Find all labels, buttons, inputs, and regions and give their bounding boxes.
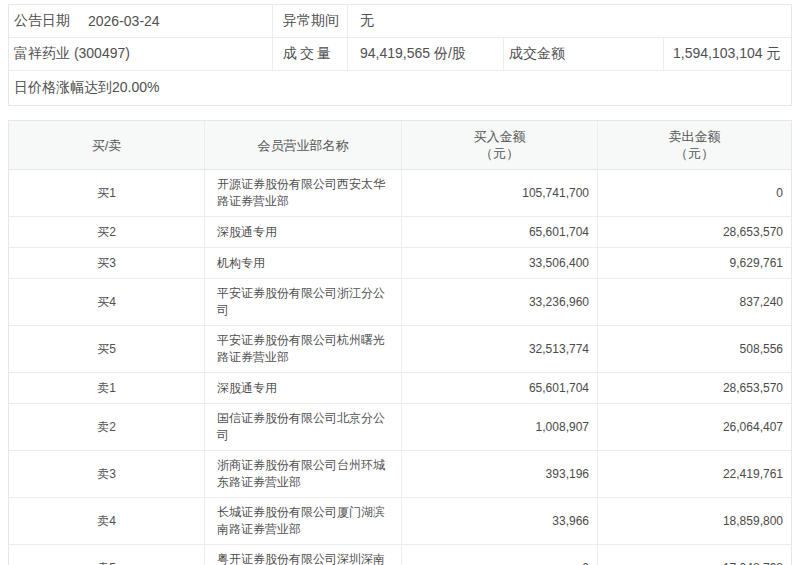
row-broker-name: 国信证券股份有限公司北京分公司 [204, 404, 401, 450]
page: 公告日期 2026-03-24 异常期间 无 富祥药业 (300497) 成交量… [0, 0, 800, 565]
row-sell-amount: 22,419,761 [597, 451, 791, 497]
row-sell-amount: 17,048,798 [597, 545, 791, 565]
row-side: 买2 [9, 217, 204, 247]
abnormal-period-value: 无 [348, 5, 791, 37]
turnover-value: 1,594,103,104 元 [663, 38, 791, 70]
volume-value: 94,419,565 份/股 [348, 38, 503, 70]
broker-table: 买/卖 会员营业部名称 买入金额 （元） 卖出金额 （元） 买1 开源证券股份有… [8, 120, 792, 565]
turnover-label: 成交金额 [503, 38, 663, 70]
row-side: 买4 [9, 279, 204, 325]
table-row: 卖4 长城证券股份有限公司厦门湖滨南路证券营业部 33,966 18,859,8… [9, 497, 791, 544]
row-buy-amount: 33,236,960 [401, 279, 597, 325]
row-side: 买1 [9, 170, 204, 216]
info-row-reason: 日价格涨幅达到20.00% [9, 71, 791, 105]
row-side: 买5 [9, 326, 204, 372]
row-broker-name: 开源证券股份有限公司西安太华路证券营业部 [204, 170, 401, 216]
row-sell-amount: 28,653,570 [597, 373, 791, 403]
row-side: 卖3 [9, 451, 204, 497]
table-row: 买2 深股通专用 65,601,704 28,653,570 [9, 216, 791, 247]
table-row: 买5 平安证券股份有限公司杭州曙光路证券营业部 32,513,774 508,5… [9, 325, 791, 372]
stock-info-panel: 公告日期 2026-03-24 异常期间 无 富祥药业 (300497) 成交量… [8, 4, 792, 106]
info-row-announcement: 公告日期 2026-03-24 异常期间 无 [9, 5, 791, 38]
col-header-sell-amount: 卖出金额 （元） [597, 121, 791, 169]
volume-label: 成交量 [283, 45, 334, 63]
announce-date-label: 公告日期 [14, 12, 88, 30]
row-side: 卖5 [9, 545, 204, 565]
broker-table-body: 买1 开源证券股份有限公司西安太华路证券营业部 105,741,700 0 买2… [9, 170, 791, 565]
abnormal-period-label: 异常期间 [272, 5, 348, 37]
row-broker-name: 深股通专用 [204, 217, 401, 247]
table-row: 卖3 浙商证券股份有限公司台州环城东路证券营业部 393,196 22,419,… [9, 450, 791, 497]
table-row: 卖5 粤开证券股份有限公司深圳深南大道证券营业部 0 17,048,798 [9, 544, 791, 565]
col-header-buy-amount: 买入金额 （元） [401, 121, 597, 169]
row-buy-amount: 1,008,907 [401, 404, 597, 450]
row-broker-name: 平安证券股份有限公司杭州曙光路证券营业部 [204, 326, 401, 372]
table-row: 卖2 国信证券股份有限公司北京分公司 1,008,907 26,064,407 [9, 403, 791, 450]
row-buy-amount: 33,506,400 [401, 248, 597, 278]
table-row: 买1 开源证券股份有限公司西安太华路证券营业部 105,741,700 0 [9, 170, 791, 216]
row-buy-amount: 0 [401, 545, 597, 565]
row-buy-amount: 393,196 [401, 451, 597, 497]
row-side: 卖2 [9, 404, 204, 450]
row-sell-amount: 26,064,407 [597, 404, 791, 450]
row-broker-name: 机构专用 [204, 248, 401, 278]
row-broker-name: 平安证券股份有限公司浙江分公司 [204, 279, 401, 325]
col-header-side: 买/卖 [9, 121, 204, 169]
row-sell-amount: 28,653,570 [597, 217, 791, 247]
row-side: 卖1 [9, 373, 204, 403]
table-row: 买4 平安证券股份有限公司浙江分公司 33,236,960 837,240 [9, 278, 791, 325]
row-sell-amount: 0 [597, 170, 791, 216]
row-broker-name: 长城证券股份有限公司厦门湖滨南路证券营业部 [204, 498, 401, 544]
stock-name: 富祥药业 (300497) [9, 38, 272, 70]
row-buy-amount: 32,513,774 [401, 326, 597, 372]
row-broker-name: 深股通专用 [204, 373, 401, 403]
row-sell-amount: 9,629,761 [597, 248, 791, 278]
row-broker-name: 浙商证券股份有限公司台州环城东路证券营业部 [204, 451, 401, 497]
row-sell-amount: 508,556 [597, 326, 791, 372]
row-sell-amount: 837,240 [597, 279, 791, 325]
row-sell-amount: 18,859,800 [597, 498, 791, 544]
abnormal-reason: 日价格涨幅达到20.00% [9, 71, 791, 105]
row-buy-amount: 65,601,704 [401, 373, 597, 403]
row-side: 卖4 [9, 498, 204, 544]
row-buy-amount: 65,601,704 [401, 217, 597, 247]
col-header-broker: 会员营业部名称 [204, 121, 401, 169]
row-buy-amount: 105,741,700 [401, 170, 597, 216]
table-row: 买3 机构专用 33,506,400 9,629,761 [9, 247, 791, 278]
row-buy-amount: 33,966 [401, 498, 597, 544]
announce-date-value: 2026-03-24 [88, 13, 160, 29]
broker-table-header: 买/卖 会员营业部名称 买入金额 （元） 卖出金额 （元） [9, 121, 791, 170]
row-broker-name: 粤开证券股份有限公司深圳深南大道证券营业部 [204, 545, 401, 565]
row-side: 买3 [9, 248, 204, 278]
table-row: 卖1 深股通专用 65,601,704 28,653,570 [9, 372, 791, 403]
info-row-stock: 富祥药业 (300497) 成交量 94,419,565 份/股 成交金额 1,… [9, 38, 791, 71]
